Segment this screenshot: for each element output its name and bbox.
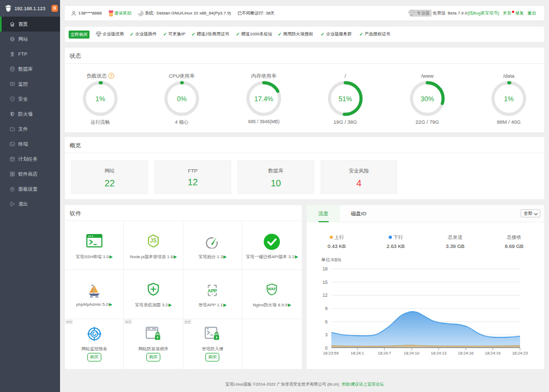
svg-text:3: 3 xyxy=(325,332,328,337)
svg-text:18:24:23: 18:24:23 xyxy=(512,351,528,356)
svg-text:15: 15 xyxy=(323,280,328,285)
svg-text:1%: 1% xyxy=(504,95,514,103)
svg-text:51%: 51% xyxy=(338,95,352,103)
svg-text:18:24:13: 18:24:13 xyxy=(431,351,447,356)
svg-text:18: 18 xyxy=(323,266,328,272)
svg-text:18:24:1: 18:24:1 xyxy=(351,351,364,356)
svg-text:17.4%: 17.4% xyxy=(254,95,273,103)
svg-text:30%: 30% xyxy=(420,95,434,103)
svg-text:18:24:19: 18:24:19 xyxy=(485,351,501,356)
svg-text:1%: 1% xyxy=(95,95,105,103)
svg-text:18:24:16: 18:24:16 xyxy=(458,351,473,356)
svg-text:APP: APP xyxy=(208,288,218,293)
svg-text:18:23:59: 18:23:59 xyxy=(323,351,338,356)
svg-text:0%: 0% xyxy=(177,95,187,103)
svg-text:JS: JS xyxy=(150,238,157,244)
svg-text:12: 12 xyxy=(323,292,328,298)
svg-text:18:24:7: 18:24:7 xyxy=(377,351,391,356)
svg-text:6: 6 xyxy=(325,319,328,325)
svg-text:WAF: WAF xyxy=(268,287,277,291)
svg-text:0: 0 xyxy=(325,345,328,351)
svg-text:9: 9 xyxy=(325,306,328,311)
svg-text:18:24:10: 18:24:10 xyxy=(404,351,419,356)
